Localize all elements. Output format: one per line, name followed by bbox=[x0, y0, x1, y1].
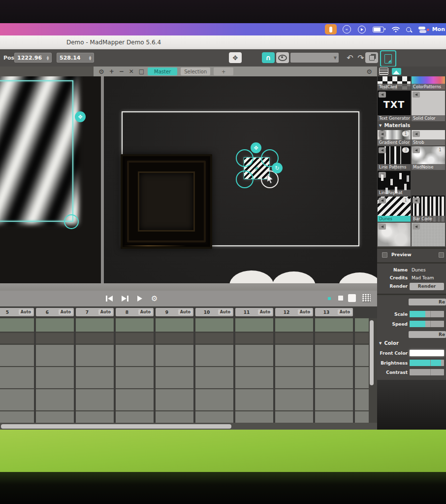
material-tile-testcard[interactable]: TestCard bbox=[378, 76, 411, 90]
input-preview-panel[interactable]: ✥ bbox=[0, 76, 101, 291]
surface-settings-gear-icon[interactable]: ⚙ bbox=[366, 68, 372, 75]
edit-document-button[interactable] bbox=[380, 50, 396, 67]
fast-user-switching-icon[interactable] bbox=[418, 27, 427, 33]
preview-checkbox[interactable] bbox=[382, 252, 387, 258]
timeline-column-header[interactable]: 5Auto bbox=[0, 308, 34, 316]
tab-selection[interactable]: Selection bbox=[181, 67, 210, 75]
cue-row[interactable] bbox=[0, 345, 369, 366]
microphone-icon[interactable] bbox=[325, 24, 337, 34]
pos-y-value[interactable]: 528.14 bbox=[57, 55, 87, 61]
front-color-swatch[interactable] bbox=[410, 350, 444, 356]
timeline-column-header[interactable]: 11Auto bbox=[235, 308, 273, 316]
fullscreen-icon[interactable]: ✕ bbox=[129, 68, 134, 75]
cue-row[interactable] bbox=[0, 333, 369, 343]
material-tile-unlabeled[interactable]: ◀ bbox=[378, 223, 411, 246]
view-mode-large-square[interactable] bbox=[348, 294, 356, 302]
reset-button-cut[interactable]: Re bbox=[409, 331, 446, 338]
material-tile-text-generator[interactable]: ◀ TXT Text Generator bbox=[378, 91, 411, 121]
cue-row-active[interactable] bbox=[0, 318, 369, 332]
pos-x-stepper[interactable]: ▲▼ bbox=[45, 55, 52, 60]
quad-handle-tl[interactable] bbox=[236, 149, 254, 167]
view-mode-small-square[interactable] bbox=[338, 296, 343, 301]
materials-section-header[interactable]: ▼ Materials bbox=[379, 123, 410, 128]
screen-record-icon[interactable] bbox=[358, 26, 366, 34]
material-tile-strob[interactable]: ◀ Strob bbox=[412, 130, 445, 145]
material-tile-line-patterns[interactable]: ◀ 3 Line Patterns bbox=[378, 146, 411, 170]
toolbar-dropdown[interactable]: ▼ bbox=[290, 53, 339, 63]
brightness-slider[interactable] bbox=[410, 360, 444, 366]
cue-row[interactable] bbox=[0, 367, 369, 388]
move-tool-button[interactable]: ✥ bbox=[229, 52, 242, 63]
horizontal-scrollbar[interactable] bbox=[1, 424, 231, 429]
material-tile-bar-code[interactable]: ◀ Bar Code bbox=[412, 197, 445, 222]
timeline-column-header[interactable]: 7Auto bbox=[76, 308, 114, 316]
quad-move-handle[interactable]: ✥ bbox=[251, 142, 261, 153]
material-tile-madnoise[interactable]: ◀ 1 MadNoise bbox=[412, 146, 445, 170]
zoom-in-icon[interactable]: + bbox=[109, 68, 114, 75]
pos-y-field[interactable]: 528.14 ▲▼ bbox=[57, 53, 94, 63]
material-play-icon[interactable]: ◀ bbox=[413, 131, 420, 137]
cue-grid[interactable] bbox=[0, 318, 377, 423]
fit-view-icon[interactable]: □ bbox=[139, 68, 144, 75]
battery-icon[interactable] bbox=[373, 23, 385, 35]
duplicate-button[interactable] bbox=[365, 52, 378, 63]
cue-row[interactable] bbox=[0, 411, 369, 423]
material-play-icon[interactable]: ◀ bbox=[413, 224, 420, 230]
thumbnail-view-icon[interactable] bbox=[392, 68, 401, 75]
adobe-creative-cloud-icon[interactable]: ∞ bbox=[343, 25, 351, 34]
material-play-icon[interactable]: ◀ bbox=[413, 147, 420, 153]
cue-row[interactable] bbox=[0, 389, 369, 410]
play-button[interactable] bbox=[137, 296, 142, 302]
material-play-icon[interactable]: ◀ bbox=[379, 198, 386, 203]
material-play-icon[interactable]: ◀ bbox=[413, 92, 420, 98]
spotlight-search-icon[interactable] bbox=[406, 27, 411, 32]
list-view-icon[interactable] bbox=[379, 67, 388, 75]
timeline-column-header[interactable]: 8Auto bbox=[116, 308, 154, 316]
transport-gear-icon[interactable]: ⚙ bbox=[151, 294, 158, 303]
timeline-column-header[interactable]: 12Auto bbox=[275, 308, 313, 316]
timeline-column-header[interactable]: 6Auto bbox=[36, 308, 74, 316]
reset-button-cut[interactable]: Re bbox=[409, 299, 446, 305]
timeline-column-header[interactable]: 9Auto bbox=[156, 308, 193, 316]
grid-panel-icon[interactable] bbox=[362, 294, 371, 302]
material-tile-unlabeled[interactable]: ◀ bbox=[412, 223, 445, 246]
quad-rotate-handle[interactable]: ↻ bbox=[272, 163, 283, 173]
secondary-checkbox[interactable] bbox=[439, 252, 444, 258]
material-tile-colorpatterns[interactable]: ColorPatterns bbox=[412, 76, 445, 90]
material-tile-solid-color[interactable]: ◀ Solid Color bbox=[412, 91, 445, 121]
material-play-icon[interactable]: ◀ bbox=[379, 131, 386, 137]
snap-magnet-button[interactable]: ∩ bbox=[262, 52, 275, 63]
material-tile-linerepeat[interactable]: ◀ LineRepeat bbox=[378, 171, 411, 196]
pos-x-value[interactable]: 1222.96 bbox=[14, 55, 45, 61]
material-tile-dunes-selected[interactable]: ◀ 1 Dunes bbox=[378, 197, 411, 222]
skip-end-button[interactable] bbox=[122, 296, 128, 302]
scale-slider[interactable] bbox=[410, 311, 444, 317]
material-play-icon[interactable]: ◀ bbox=[379, 147, 386, 153]
surface-gear-icon[interactable]: ⚙ bbox=[98, 68, 104, 75]
material-play-icon[interactable]: ◀ bbox=[379, 172, 386, 178]
material-play-icon[interactable]: ◀ bbox=[379, 92, 386, 98]
visibility-button[interactable] bbox=[276, 52, 289, 63]
mapping-canvas[interactable]: + ✥ ↻ bbox=[104, 76, 377, 291]
pos-y-stepper[interactable]: ▲▼ bbox=[87, 55, 94, 60]
input-move-handle[interactable]: ✥ bbox=[75, 111, 86, 122]
quad-handle-bl[interactable] bbox=[236, 170, 254, 188]
skip-start-button[interactable] bbox=[106, 296, 113, 302]
material-tile-gradient-color[interactable]: ◀ 1 Gradient Color bbox=[378, 130, 411, 145]
timeline-column-header[interactable]: 10Auto bbox=[195, 308, 233, 316]
tab-add[interactable]: + bbox=[214, 67, 233, 75]
wifi-icon[interactable] bbox=[392, 23, 400, 35]
timeline-column-header[interactable]: 13Auto bbox=[315, 308, 353, 316]
input-corner-handle[interactable] bbox=[64, 214, 79, 229]
contrast-slider[interactable] bbox=[410, 369, 444, 375]
tab-master[interactable]: Master bbox=[148, 67, 177, 75]
material-play-icon[interactable]: ◀ bbox=[379, 224, 386, 230]
speed-slider[interactable] bbox=[410, 321, 444, 327]
zoom-out-icon[interactable]: − bbox=[119, 68, 124, 75]
render-button[interactable]: Render bbox=[410, 283, 444, 290]
view-mode-dot[interactable] bbox=[328, 297, 331, 300]
menubar-clock[interactable]: Mon bbox=[432, 26, 446, 33]
vertical-scrollbar[interactable] bbox=[370, 320, 374, 385]
window-titlebar[interactable]: Demo - MadMapper Demo 5.6.4 bbox=[0, 35, 446, 49]
color-section-header[interactable]: ▼ Color bbox=[379, 340, 399, 346]
